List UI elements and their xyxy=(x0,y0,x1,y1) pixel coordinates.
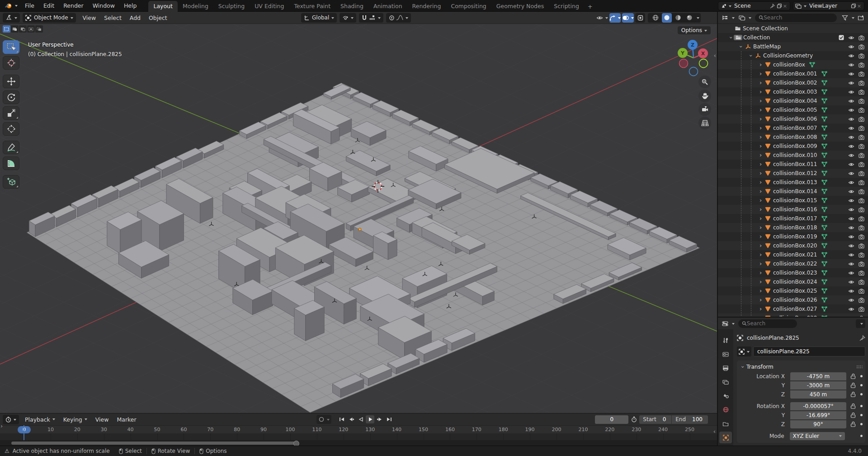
hide-eye-icon[interactable] xyxy=(848,307,854,312)
expand-icon[interactable]: › xyxy=(758,196,764,205)
timeline-menu-keying[interactable]: Keying xyxy=(59,416,91,423)
expand-icon[interactable]: › xyxy=(758,214,764,223)
workspace-tab-scripting[interactable]: Scripting xyxy=(549,1,584,12)
outliner-row[interactable]: ›collisionBox.014 xyxy=(718,187,868,196)
expand-icon[interactable]: › xyxy=(758,277,764,286)
outliner-row[interactable]: ›collisionBox.025 xyxy=(718,286,868,295)
expand-icon[interactable]: › xyxy=(736,44,745,50)
timeline-menu-view[interactable]: View xyxy=(91,416,113,423)
object-tab[interactable] xyxy=(719,432,732,443)
disable-render-camera-icon[interactable] xyxy=(859,234,864,239)
disable-render-camera-icon[interactable] xyxy=(859,62,864,67)
rotation-y-field[interactable]: -16.699° xyxy=(790,411,846,419)
animate-dot[interactable] xyxy=(860,393,863,395)
outliner-row[interactable]: ›collisionBox.019 xyxy=(718,232,868,241)
world-tab[interactable] xyxy=(719,404,732,416)
outliner-row-collection[interactable]: ›Collection xyxy=(718,33,868,42)
hide-eye-icon[interactable] xyxy=(848,298,854,303)
outliner-row[interactable]: ›collisionBox.024 xyxy=(718,277,868,286)
lock-icon[interactable] xyxy=(850,403,856,409)
lock-icon[interactable] xyxy=(850,373,856,379)
viewlayer-selector[interactable]: ViewLayer × xyxy=(793,1,864,10)
xray-toggle[interactable] xyxy=(635,13,645,23)
current-frame-field[interactable]: 0 xyxy=(595,415,628,424)
workspace-tab-shading[interactable]: Shading xyxy=(335,1,368,12)
end-value[interactable]: 100 xyxy=(692,416,703,423)
collection-tab[interactable] xyxy=(719,418,732,430)
timeline-ruler[interactable]: 0 01020304050607080901001101201301401501… xyxy=(0,425,717,433)
expand-icon[interactable]: › xyxy=(758,304,764,314)
disable-render-camera-icon[interactable] xyxy=(859,135,864,140)
disable-render-camera-icon[interactable] xyxy=(859,298,864,303)
disable-render-camera-icon[interactable] xyxy=(859,153,864,158)
hide-eye-icon[interactable] xyxy=(848,207,854,212)
scale-tool-button[interactable] xyxy=(3,106,19,120)
outliner-search[interactable] xyxy=(755,14,837,22)
hide-eye-icon[interactable] xyxy=(848,144,854,149)
workspace-tab-rendering[interactable]: Rendering xyxy=(407,1,446,12)
workspace-tab-compositing[interactable]: Compositing xyxy=(446,1,491,12)
menu-render[interactable]: Render xyxy=(59,0,88,12)
outliner-row[interactable]: ›collisionBox.005 xyxy=(718,105,868,114)
expand-icon[interactable]: › xyxy=(758,178,764,187)
scene-tab[interactable] xyxy=(719,390,732,402)
expand-icon[interactable]: › xyxy=(758,223,764,232)
viewport-menu-add[interactable]: Add xyxy=(126,14,145,21)
disable-render-camera-icon[interactable] xyxy=(859,162,864,167)
hide-eye-icon[interactable] xyxy=(848,198,854,203)
disable-render-camera-icon[interactable] xyxy=(859,35,864,40)
orientation-dropdown[interactable]: Global xyxy=(301,13,337,23)
expand-icon[interactable]: › xyxy=(758,286,764,295)
expand-icon[interactable]: › xyxy=(726,35,736,41)
unlink-scene-icon[interactable]: × xyxy=(783,3,787,9)
menu-window[interactable]: Window xyxy=(88,0,119,12)
hide-eye-icon[interactable] xyxy=(848,126,854,131)
shading-rendered-button[interactable] xyxy=(684,13,694,23)
outliner-row[interactable]: ›collisionBox.012 xyxy=(718,169,868,178)
hide-eye-icon[interactable] xyxy=(848,99,854,104)
hide-eye-icon[interactable] xyxy=(848,153,854,158)
transform-panel-header[interactable]: › Transform xyxy=(740,362,863,371)
outliner-filter-button[interactable] xyxy=(840,13,849,22)
outliner-row-scene-collection[interactable]: Scene Collection xyxy=(718,24,868,33)
snap-dropdown[interactable] xyxy=(359,13,383,23)
pin-icon[interactable] xyxy=(859,335,865,341)
outliner-row[interactable]: ›collisionBox.020 xyxy=(718,241,868,250)
timeline-menu-playback[interactable]: Playback xyxy=(21,416,59,423)
outliner-row[interactable]: ›collisionBox.006 xyxy=(718,114,868,124)
menu-help[interactable]: Help xyxy=(119,0,142,12)
outliner-row[interactable]: ›collisionBox xyxy=(718,60,868,69)
hide-eye-icon[interactable] xyxy=(848,280,854,285)
workspace-tab-sculpting[interactable]: Sculpting xyxy=(213,1,250,12)
pivot-dropdown[interactable] xyxy=(340,13,356,23)
outliner-row[interactable]: ›collisionBox.022 xyxy=(718,259,868,268)
disable-render-camera-icon[interactable] xyxy=(859,198,864,203)
animate-dot[interactable] xyxy=(860,423,863,425)
new-collection-button[interactable] xyxy=(856,13,865,22)
workspace-tab-animation[interactable]: Animation xyxy=(368,1,407,12)
disable-render-camera-icon[interactable] xyxy=(859,117,864,122)
move-tool-button[interactable] xyxy=(3,75,19,88)
expand-icon[interactable]: › xyxy=(758,295,764,304)
animate-dot[interactable] xyxy=(860,414,863,416)
disable-render-camera-icon[interactable] xyxy=(859,126,864,131)
expand-icon[interactable]: › xyxy=(758,124,764,133)
hide-eye-icon[interactable] xyxy=(848,234,854,239)
outliner-row[interactable]: ›collisionBox.017 xyxy=(718,214,868,223)
hide-eye-icon[interactable] xyxy=(848,171,854,176)
disable-render-camera-icon[interactable] xyxy=(859,180,864,185)
expand-icon[interactable]: › xyxy=(758,314,764,317)
expand-icon[interactable]: › xyxy=(758,87,764,96)
expand-icon[interactable]: › xyxy=(758,151,764,160)
expand-icon[interactable]: › xyxy=(758,78,764,87)
play-reverse-button[interactable] xyxy=(356,415,365,423)
outliner-row[interactable]: ›collisionBox.026 xyxy=(718,295,868,304)
transform-tool-button[interactable] xyxy=(3,122,19,136)
location-z-field[interactable]: 450 m xyxy=(790,390,846,399)
viewlayer-tab[interactable] xyxy=(719,376,732,388)
outliner-row[interactable]: ›collisionBox.028 xyxy=(718,314,868,317)
disable-render-camera-icon[interactable] xyxy=(859,171,864,176)
scene-selector[interactable]: Scene × xyxy=(718,1,790,10)
viewlayer-name[interactable]: ViewLayer xyxy=(809,3,851,9)
hide-eye-icon[interactable] xyxy=(848,135,854,140)
